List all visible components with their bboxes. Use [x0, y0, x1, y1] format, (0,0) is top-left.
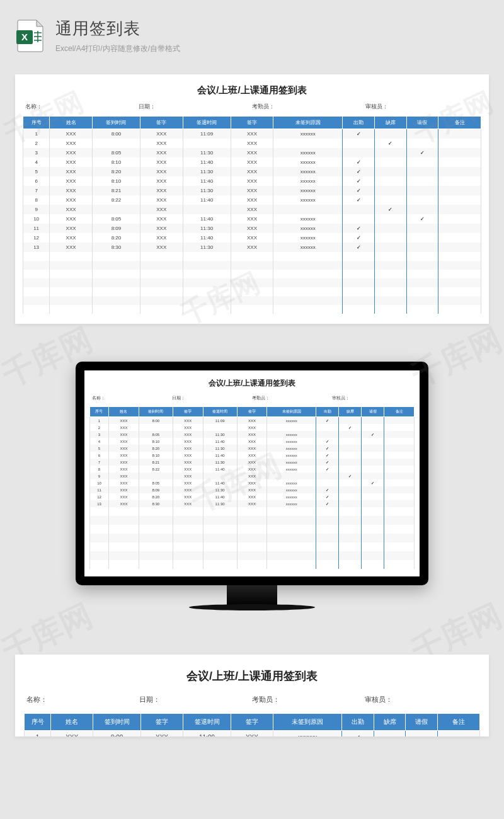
col-header: 签退时间: [183, 714, 231, 731]
table-row-empty: [23, 270, 481, 278]
table-row-empty: [90, 516, 415, 525]
table-row-empty: [90, 560, 415, 569]
cell-sign1: XXX: [140, 214, 183, 224]
cell-attend: [343, 205, 375, 214]
cell-sign2: XXX: [231, 233, 273, 243]
meta-name-label: 名称：: [26, 695, 139, 704]
cell-checkin-time: 8:09: [92, 224, 140, 233]
cell-note: [384, 459, 415, 466]
cell-note: [438, 176, 481, 186]
cell-checkin-time: 8:22: [92, 195, 140, 205]
table-row: 12XXX8:20XXX11:40XXXxxxxxx: [90, 493, 415, 500]
cell-note: [384, 500, 415, 507]
col-header: 签字: [231, 117, 273, 129]
table-row: 2XXXXXXXXX: [23, 139, 481, 148]
cell-no: 9: [90, 472, 109, 479]
cell-note: [384, 486, 415, 493]
cell-checkin-time: [139, 472, 173, 479]
col-header: 签字: [237, 407, 267, 417]
table-row-empty: [90, 551, 415, 560]
cell-leave: [362, 431, 384, 438]
cell-reason: xxxxxx: [267, 459, 316, 466]
cell-checkin-time: 8:10: [139, 438, 173, 445]
sheet-preview-bottom: 会议/上班/上课通用签到表名称：日期：考勤员：审核员：序号姓名签到时间签字签退时…: [15, 655, 489, 736]
cell-no: 12: [90, 493, 109, 500]
cell-leave: [362, 479, 384, 486]
cell-sign2: XXX: [237, 438, 267, 445]
table-row: 3XXX8:05XXX11:30XXXxxxxxx: [90, 431, 415, 438]
col-header: 出勤: [343, 117, 375, 129]
cell-no: 7: [23, 186, 50, 195]
meta-clerk-label: 考勤员：: [252, 695, 365, 704]
col-header: 签字: [140, 714, 183, 731]
table-row-empty: [23, 305, 481, 314]
cell-absent: [339, 438, 362, 445]
cell-absent: [339, 452, 362, 459]
cell-checkin-time: 8:30: [92, 243, 140, 252]
cell-attend: [316, 459, 339, 466]
sheet-title: 会议/上班/上课通用签到表: [23, 84, 481, 96]
cell-name: XXX: [108, 438, 139, 445]
table-row: 9XXXXXXXXX: [90, 472, 415, 479]
table-row-empty: [23, 252, 481, 261]
cell-name: XXX: [51, 731, 93, 737]
cell-absent: [339, 417, 362, 425]
cell-name: XXX: [50, 148, 93, 158]
cell-reason: xxxxxx: [273, 214, 343, 224]
col-header: 出勤: [342, 714, 374, 731]
cell-checkout-time: 11:30: [183, 224, 231, 233]
cell-note: [384, 438, 415, 445]
cell-note: [438, 233, 481, 243]
cell-sign1: XXX: [140, 129, 183, 139]
cell-no: 13: [90, 500, 109, 507]
cell-no: 6: [23, 176, 50, 186]
cell-sign1: XXX: [173, 459, 203, 466]
cell-absent: [374, 195, 406, 205]
cell-sign1: XXX: [173, 424, 203, 431]
table-row: 11XXX8:09XXX11:30XXXxxxxxx: [23, 224, 481, 233]
cell-note: [438, 224, 481, 233]
cell-reason: xxxxxx: [267, 417, 316, 425]
cell-checkin-time: 8:30: [139, 500, 173, 507]
cell-absent: [374, 731, 405, 737]
table-header-row: 序号姓名签到时间签字签退时间签字未签到原因出勤缺席请假备注: [90, 407, 415, 417]
col-header: 出勤: [316, 407, 339, 417]
cell-sign2: XXX: [237, 479, 267, 486]
cell-no: 2: [23, 139, 50, 148]
cell-checkin-time: 8:22: [139, 466, 173, 472]
cell-note: [384, 431, 415, 438]
cell-no: 7: [90, 459, 109, 466]
table-row-empty: [90, 542, 415, 551]
cell-absent: [374, 233, 406, 243]
cell-sign2: XXX: [237, 445, 267, 452]
cell-leave: [406, 195, 438, 205]
cell-reason: xxxxxx: [273, 186, 343, 195]
table-row-empty: [23, 296, 481, 305]
sheet-title: 会议/上班/上课通用签到表: [89, 378, 415, 389]
cell-attend: [343, 186, 375, 195]
table-row: 4XXX8:10XXX11:40XXXxxxxxx: [23, 158, 481, 167]
cell-leave: [406, 186, 438, 195]
cell-sign1: XXX: [140, 731, 183, 737]
cell-leave: [406, 139, 438, 148]
table-row-empty: [23, 278, 481, 287]
cell-checkin-time: [92, 205, 140, 214]
cell-checkin-time: 8:20: [139, 493, 173, 500]
cell-checkin-time: 8:00: [93, 731, 141, 737]
cell-reason: [267, 424, 316, 431]
cell-attend: [316, 493, 339, 500]
cell-attend: [316, 431, 339, 438]
cell-checkout-time: 11:40: [183, 214, 231, 224]
meta-reviewer-label: 审核员：: [365, 695, 478, 704]
meta-reviewer-label: 审核员：: [365, 103, 479, 111]
cell-no: 4: [90, 438, 109, 445]
cell-no: 13: [23, 243, 50, 252]
cell-no: 8: [23, 195, 50, 205]
cell-checkout-time: 11:30: [183, 148, 231, 158]
table-row: 5XXX8:20XXX11:30XXXxxxxxx: [90, 445, 415, 452]
cell-absent: [374, 176, 406, 186]
cell-attend: [316, 466, 339, 472]
table-row-empty: [90, 525, 415, 534]
cell-checkin-time: [139, 424, 173, 431]
col-header: 缺席: [374, 117, 406, 129]
